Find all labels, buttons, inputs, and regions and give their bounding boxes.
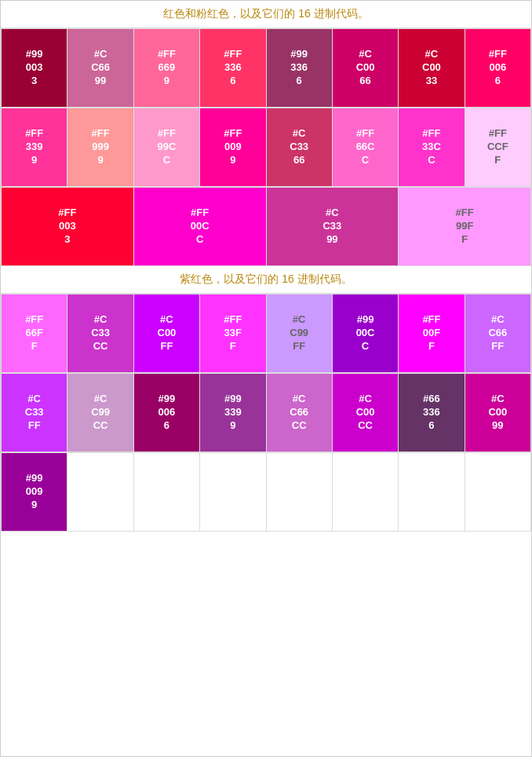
- color-cell: #FF 009 9: [200, 108, 266, 187]
- color-cell: [67, 453, 133, 532]
- color-cell: #99 003 3: [2, 29, 67, 108]
- color-cell: #FF CCF F: [465, 108, 531, 187]
- color-cell: [134, 453, 200, 532]
- color-cell: #FF 33C C: [399, 108, 465, 187]
- color-cell: [333, 453, 399, 532]
- section-title-purple-red: 紫红色，以及它们的 16 进制代码。: [1, 266, 531, 294]
- color-cell: [200, 453, 266, 532]
- color-cell: #C C99 FF: [267, 294, 333, 373]
- color-cell: #C C00 99: [465, 374, 531, 452]
- color-cell: #99 339 9: [200, 374, 266, 452]
- color-cell: #C C33 FF: [2, 374, 67, 452]
- color-cell: #FF 339 9: [2, 108, 67, 187]
- color-grid-red-pink-row2: #FF 339 9#FF 999 9#FF 99C C#FF 009 9#C C…: [1, 108, 531, 187]
- color-cell: #99 00C C: [333, 294, 399, 373]
- color-cell: #C C99 CC: [67, 374, 133, 452]
- color-cell: #C C33 66: [267, 108, 333, 187]
- color-grid-purple-row3: #99 009 9: [1, 452, 531, 532]
- color-grid-red-pink-row3: #FF 003 3#FF 00C C#C C33 99#FF 99F F: [1, 187, 531, 266]
- color-cell: #FF 00C C: [134, 188, 267, 266]
- color-grid-red-pink-row1: #99 003 3#C C66 99#FF 669 9#FF 336 6#99 …: [1, 28, 531, 108]
- color-cell: #66 336 6: [399, 374, 465, 452]
- color-cell: #FF 99C C: [134, 108, 200, 187]
- color-cell: #FF 99F F: [399, 188, 531, 266]
- section-title-red-pink: 红色和粉红色，以及它们的 16 进制代码。: [1, 1, 531, 28]
- color-cell: #C C66 CC: [267, 374, 333, 452]
- color-cell: #FF 669 9: [134, 29, 200, 108]
- color-cell: #FF 33F F: [200, 294, 266, 373]
- color-cell: #C C33 99: [267, 188, 399, 266]
- section-purple-red: 紫红色，以及它们的 16 进制代码。 #FF 66F F#C C33 CC#C …: [1, 266, 531, 532]
- color-grid-purple-row2: #C C33 FF#C C99 CC#99 006 6#99 339 9#C C…: [1, 373, 531, 452]
- page-container: 红色和粉红色，以及它们的 16 进制代码。 #99 003 3#C C66 99…: [1, 1, 531, 532]
- section-red-pink: 红色和粉红色，以及它们的 16 进制代码。 #99 003 3#C C66 99…: [1, 1, 531, 266]
- color-cell: #FF 006 6: [465, 29, 531, 108]
- color-cell: #C C66 99: [67, 29, 133, 108]
- color-cell: #FF 66C C: [333, 108, 399, 187]
- color-cell: #99 006 6: [134, 374, 200, 452]
- color-cell: #C C33 CC: [67, 294, 133, 373]
- color-cell: #99 009 9: [2, 453, 67, 532]
- color-cell: #FF 003 3: [2, 188, 134, 266]
- color-cell: #C C66 FF: [465, 294, 531, 373]
- color-cell: #FF 66F F: [2, 294, 67, 373]
- color-cell: #C C00 FF: [134, 294, 200, 373]
- color-cell: [465, 453, 531, 532]
- color-cell: [267, 453, 333, 532]
- color-cell: #C C00 CC: [333, 374, 399, 452]
- color-cell: #C C00 33: [399, 29, 465, 108]
- color-cell: #FF 00F F: [399, 294, 465, 373]
- color-cell: #99 336 6: [267, 29, 333, 108]
- color-cell: #FF 336 6: [200, 29, 266, 108]
- color-grid-purple-row1: #FF 66F F#C C33 CC#C C00 FF#FF 33F F#C C…: [1, 294, 531, 373]
- color-cell: #FF 999 9: [67, 108, 133, 187]
- color-cell: #C C00 66: [333, 29, 399, 108]
- color-cell: [399, 453, 465, 532]
